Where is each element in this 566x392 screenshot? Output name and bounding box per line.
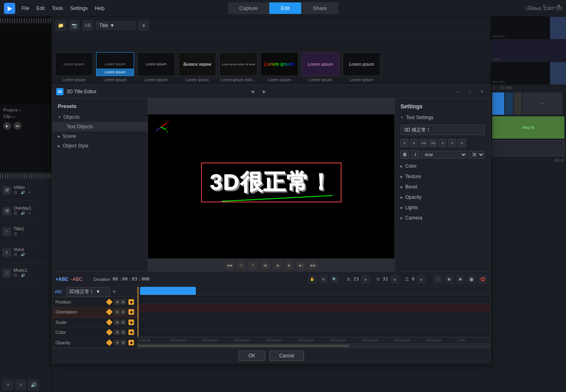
thumbnail-preview[interactable]: Lorem ipsum dolor sit amet: [219, 52, 257, 76]
orientation-add-keyframe[interactable]: ◆: [128, 309, 134, 315]
position-add-keyframe[interactable]: ◆: [128, 299, 134, 305]
orientation-next-key[interactable]: ▶: [120, 309, 126, 315]
thumbnail-preview[interactable]: Lorem ipsum: [137, 52, 175, 76]
tl-hand-tool[interactable]: ✋: [308, 275, 317, 284]
menu-help[interactable]: Help: [95, 6, 105, 11]
font-size-select[interactable]: 36: [469, 151, 485, 159]
modal-maximize-button[interactable]: □: [465, 87, 474, 96]
timeline-scrollbar-thumb[interactable]: [138, 345, 349, 347]
x-spinner-up[interactable]: ▲: [361, 275, 370, 284]
overlay1-mute-icon[interactable]: 🔊: [21, 211, 26, 217]
overlay1-link-icon[interactable]: ⛓: [14, 211, 19, 217]
bold-button[interactable]: B: [400, 150, 409, 159]
tree-scene[interactable]: ▶ Scene: [52, 131, 148, 141]
menu-tools[interactable]: Tools: [52, 6, 63, 11]
tl-snap-button[interactable]: ⊞: [319, 275, 328, 284]
tree-text-objects[interactable]: Text Objects: [52, 122, 148, 131]
scale-next-key[interactable]: ▶: [120, 319, 126, 325]
music1-mute-icon[interactable]: 🔊: [21, 273, 26, 279]
y-spinner-up[interactable]: ▲: [390, 275, 399, 284]
italic-button[interactable]: I: [411, 150, 420, 159]
canvas-last-frame[interactable]: ▶▶: [309, 261, 318, 270]
font-family-select[interactable]: Arial: [421, 151, 467, 159]
clip-bar[interactable]: [140, 287, 196, 295]
text-justify-button[interactable]: ≡: [458, 139, 466, 147]
canvas-play-btn[interactable]: ▶: [285, 261, 294, 270]
opacity-prev-key[interactable]: ◀: [114, 340, 120, 345]
canvas-viewport[interactable]: X Y 3D很正常！: [148, 114, 394, 259]
menu-settings[interactable]: Settings: [70, 6, 87, 11]
menu-file[interactable]: File: [22, 6, 29, 11]
tl-zoom-button[interactable]: 🔍: [330, 275, 339, 284]
add-track-button[interactable]: +: [2, 379, 14, 390]
cancel-button[interactable]: Cancel: [269, 351, 304, 361]
modal-back-button[interactable]: ◀: [248, 87, 257, 96]
play-button[interactable]: ▶: [3, 122, 11, 130]
media-import-button[interactable]: 📁: [55, 20, 66, 31]
scale-prev-key[interactable]: ◀: [114, 319, 120, 325]
canvas-loop[interactable]: ↻: [249, 261, 258, 270]
align-left-button[interactable]: ≡: [400, 139, 408, 147]
color-add-keyframe[interactable]: ◆: [128, 329, 134, 335]
video-link-icon[interactable]: ⛓: [14, 190, 19, 196]
opacity-add-keyframe[interactable]: ◆: [128, 340, 134, 345]
position-keyframe[interactable]: [106, 298, 113, 305]
thumbnail-preview[interactable]: Lorem ipsum: [260, 52, 298, 76]
text-settings-header[interactable]: ▼ Text Settings: [395, 113, 490, 122]
text-content-input[interactable]: [400, 125, 485, 135]
text-style-1-button[interactable]: Aa: [420, 139, 428, 147]
modal-forward-button[interactable]: ▶: [260, 87, 269, 96]
tl-icon-5[interactable]: ⭕: [478, 275, 487, 284]
maximize-button[interactable]: □: [537, 0, 552, 11]
tl-icon-1[interactable]: ⬡: [434, 275, 442, 284]
thumbnail-preview[interactable]: Lorem ipsum: [343, 52, 381, 76]
position-next-key[interactable]: ▶: [120, 299, 126, 305]
abc-visibility-toggle[interactable]: 👁: [112, 289, 117, 294]
media-capture-button[interactable]: 📷: [69, 20, 80, 31]
texture-header[interactable]: ▶ Texture: [395, 172, 490, 181]
media-text-button[interactable]: AB: [82, 20, 93, 31]
text-style-2-button[interactable]: Aa: [429, 139, 437, 147]
media-type-dropdown[interactable]: Title ▼: [96, 21, 136, 30]
tl-icon-2[interactable]: ⬢: [445, 275, 454, 284]
music1-link-icon[interactable]: ⛓: [14, 273, 19, 279]
canvas-back[interactable]: ◀: [273, 261, 282, 270]
thumbnail-preview[interactable]: Lorem ipsum: [302, 52, 339, 76]
voice-mute-icon[interactable]: 🔊: [21, 253, 26, 258]
tab-capture[interactable]: Capture: [228, 2, 269, 14]
color-header[interactable]: ▶ Color: [395, 161, 490, 171]
3d-title-editor-modal[interactable]: 3D 3D Title Editor ◀ ▶ — □ ✕ Presets ▼ O…: [52, 84, 491, 363]
media-star-button[interactable]: ★: [138, 20, 149, 31]
volume-button[interactable]: 🔊: [28, 379, 39, 390]
thumbnail-preview[interactable]: Lorem ipsum Lorem ipsum: [96, 52, 134, 76]
remove-abc-button[interactable]: -ABC: [71, 276, 83, 282]
opacity-header[interactable]: ▶ Opacity: [395, 192, 490, 202]
opacity-next-key[interactable]: ▶: [120, 340, 126, 345]
z-spinner-up[interactable]: ▲: [417, 275, 426, 284]
orientation-keyframe[interactable]: [106, 309, 113, 316]
abc-track-dropdown[interactable]: 3D很正常！ ▼: [66, 287, 110, 296]
tab-edit[interactable]: Edit: [269, 2, 301, 14]
timeline-scrollbar[interactable]: [138, 343, 490, 348]
voice-link-icon[interactable]: ⛓: [14, 253, 19, 258]
position-prev-key[interactable]: ◀: [114, 299, 120, 305]
add-abc-button[interactable]: +ABC: [55, 276, 69, 282]
ok-button[interactable]: OK: [239, 351, 265, 361]
thumbnail-preview[interactable]: Бояхсе лорем: [178, 52, 216, 76]
stop-button[interactable]: ⏮: [14, 122, 22, 130]
video-mute-icon[interactable]: 🔊: [21, 190, 26, 196]
right-color-block-edit[interactable]: ✎: [523, 92, 562, 115]
tl-icon-3[interactable]: ⬣: [456, 275, 465, 284]
scale-keyframe[interactable]: [106, 319, 113, 325]
tl-icon-4[interactable]: ⬤: [467, 275, 476, 284]
canvas-prev-frame[interactable]: ↺: [237, 261, 246, 270]
lights-header[interactable]: ▶ Lights: [395, 203, 490, 212]
color-keyframe[interactable]: [106, 329, 113, 336]
align-justify-button[interactable]: ≡: [448, 139, 456, 147]
tree-objects[interactable]: ▼ Objects: [52, 112, 148, 122]
orientation-prev-key[interactable]: ◀: [114, 309, 120, 315]
tree-object-style[interactable]: ▶ Object Style: [52, 141, 148, 151]
color-next-key[interactable]: ▶: [120, 329, 126, 335]
thumbnail-preview[interactable]: Lorem ipsum: [55, 52, 93, 76]
canvas-next-key[interactable]: ▶|: [297, 261, 306, 270]
